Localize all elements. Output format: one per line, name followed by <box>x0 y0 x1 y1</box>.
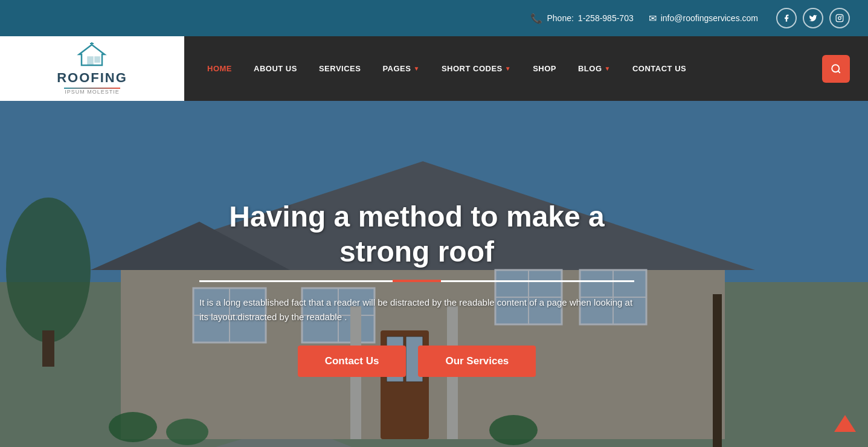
email-icon: ✉ <box>649 13 657 24</box>
nav-link-about[interactable]: ABOUT US <box>243 36 308 101</box>
svg-point-2 <box>841 16 842 17</box>
facebook-icon[interactable] <box>776 8 797 28</box>
nav-link-pages[interactable]: PAGES ▼ <box>371 36 430 101</box>
top-bar: 📞 Phone: 1-258-985-703 ✉ info@roofingser… <box>0 0 868 36</box>
hero-title: Having a method to make a strong roof <box>199 199 634 269</box>
phone-icon: 📞 <box>530 13 542 24</box>
nav-link-services[interactable]: SERVICES <box>308 36 372 101</box>
logo-house-icon <box>77 42 107 70</box>
nav-item-services: SERVICES <box>308 36 372 101</box>
hero-description: It is a long established fact that a rea… <box>199 295 634 324</box>
logo-content: ROOFING IPSUM MOLESTIE <box>57 42 127 95</box>
hero-section: Having a method to make a strong roof It… <box>0 101 868 447</box>
nav-item-pages: PAGES ▼ <box>371 36 430 101</box>
nav-link-blog[interactable]: BLOG ▼ <box>567 36 622 101</box>
email-info: ✉ info@roofingservices.com <box>649 13 758 24</box>
nav-item-about: ABOUT US <box>243 36 308 101</box>
hero-buttons: Contact Us Our Services <box>199 346 634 377</box>
contact-info: 📞 Phone: 1-258-985-703 ✉ info@roofingser… <box>530 13 758 24</box>
nav-items-list: HOME ABOUT US SERVICES PAGES ▼ <box>196 36 697 101</box>
svg-rect-0 <box>836 14 843 22</box>
nav-item-shop: SHOP <box>522 36 567 101</box>
hero-divider-left <box>199 280 393 282</box>
scroll-to-top[interactable] <box>834 415 856 432</box>
nav-link-shop[interactable]: SHOP <box>522 36 567 101</box>
shortcodes-dropdown-arrow: ▼ <box>505 65 511 72</box>
our-services-button[interactable]: Our Services <box>418 346 536 377</box>
header: ROOFING IPSUM MOLESTIE HOME ABOUT US SER… <box>0 36 868 101</box>
phone-number: 1-258-985-703 <box>578 13 634 23</box>
phone-label: Phone: <box>547 13 573 23</box>
nav-link-contact[interactable]: CONTACT US <box>622 36 697 101</box>
phone-info: 📞 Phone: 1-258-985-703 <box>530 13 633 24</box>
hero-content: Having a method to make a strong roof It… <box>187 187 646 389</box>
hero-divider-accent <box>393 280 441 282</box>
contact-us-button[interactable]: Contact Us <box>298 346 407 377</box>
nav-link-shortcodes[interactable]: SHORT CODES ▼ <box>431 36 522 101</box>
blog-dropdown-arrow: ▼ <box>605 65 611 72</box>
svg-point-1 <box>838 17 841 20</box>
nav-item-contact: CONTACT US <box>622 36 697 101</box>
svg-rect-4 <box>88 57 93 65</box>
hero-divider-right <box>441 280 634 282</box>
twitter-icon[interactable] <box>803 8 823 28</box>
email-address: info@roofingservices.com <box>661 13 758 23</box>
svg-point-8 <box>832 65 839 72</box>
nav-item-shortcodes: SHORT CODES ▼ <box>431 36 522 101</box>
hero-divider <box>199 280 634 282</box>
nav-item-blog: BLOG ▼ <box>567 36 622 101</box>
instagram-icon[interactable] <box>829 8 850 28</box>
main-nav: HOME ABOUT US SERVICES PAGES ▼ <box>184 36 868 101</box>
logo-sub-text: IPSUM MOLESTIE <box>65 89 120 95</box>
pages-dropdown-arrow: ▼ <box>413 65 419 72</box>
social-icons-group <box>776 8 850 28</box>
svg-line-9 <box>838 71 840 72</box>
nav-item-home: HOME <box>196 36 243 101</box>
logo[interactable]: ROOFING IPSUM MOLESTIE <box>0 36 184 101</box>
svg-rect-5 <box>95 57 100 62</box>
logo-main-text: ROOFING <box>57 70 127 86</box>
search-button[interactable] <box>822 55 850 83</box>
nav-link-home[interactable]: HOME <box>196 36 243 101</box>
